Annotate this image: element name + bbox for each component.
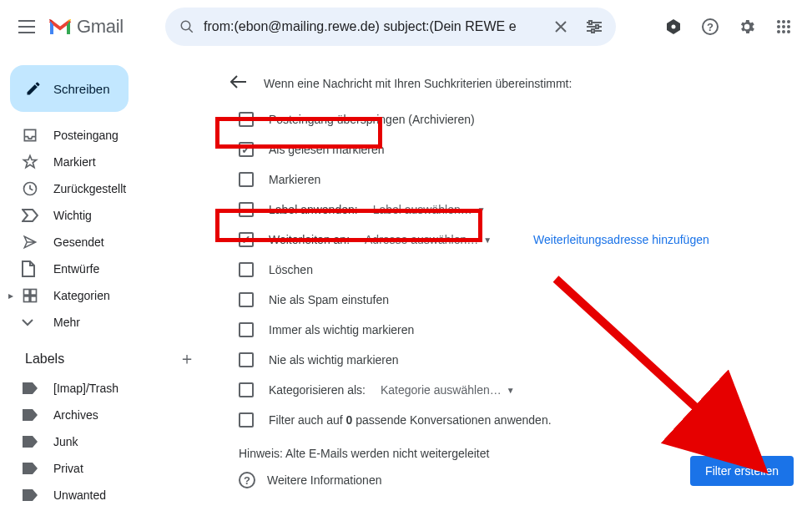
option-skip-inbox[interactable]: Posteingang überspringen (Archivieren) — [230, 104, 795, 134]
hexagon-icon — [666, 18, 681, 35]
sidebar-item-label: Zurückgestellt — [53, 182, 126, 195]
checkbox[interactable] — [239, 322, 254, 337]
label-select[interactable]: Label auswählen… ▼ — [373, 203, 486, 216]
settings-button[interactable] — [730, 10, 764, 43]
search-options-button[interactable] — [577, 10, 611, 43]
label-item-privat[interactable]: Privat — [7, 455, 207, 482]
compose-button[interactable]: Schreiben — [10, 65, 129, 112]
option-star[interactable]: Markieren — [230, 164, 795, 195]
label-text: [Imap]/Trash — [53, 382, 119, 395]
close-icon — [554, 20, 567, 33]
label-icon — [22, 435, 38, 448]
sidebar: Schreiben Posteingang Markiert Zurückges… — [0, 53, 214, 511]
svg-point-10 — [782, 20, 785, 23]
sidebar-item-sent[interactable]: Gesendet — [7, 229, 207, 256]
sidebar-item-label: Markiert — [53, 155, 96, 169]
back-button[interactable] — [230, 73, 247, 93]
svg-point-0 — [181, 21, 190, 30]
option-delete[interactable]: Löschen — [230, 255, 795, 285]
caret-down-icon: ▼ — [483, 235, 492, 245]
checkbox[interactable] — [239, 412, 254, 428]
option-label: Markieren — [269, 173, 320, 186]
svg-line-1 — [189, 28, 193, 33]
search-button[interactable] — [170, 10, 204, 43]
sidebar-item-snoozed[interactable]: Zurückgestellt — [7, 175, 207, 202]
category-select[interactable]: Kategorie auswählen… ▼ — [381, 383, 515, 397]
gmail-logo-text: Gmail — [77, 16, 124, 38]
status-button[interactable] — [657, 10, 690, 43]
option-always-important[interactable]: Immer als wichtig markieren — [230, 315, 795, 345]
sidebar-item-categories[interactable]: ▸ Kategorien — [7, 282, 207, 309]
apps-grid-icon — [776, 19, 791, 34]
label-item-unwanted[interactable]: Unwanted — [7, 482, 207, 508]
important-icon — [22, 209, 38, 222]
option-label: Nie als Spam einstufen — [269, 293, 389, 306]
label-text: Unwanted — [53, 488, 106, 502]
send-icon — [22, 235, 38, 250]
checkbox[interactable] — [239, 142, 254, 157]
svg-rect-3 — [596, 25, 598, 28]
option-categorize[interactable]: Kategorisieren als: Kategorie auswählen…… — [230, 375, 795, 405]
labels-heading: Labels — [25, 352, 64, 367]
forward-address-select[interactable]: Adresse auswählen… ▼ — [365, 233, 492, 246]
categories-icon — [22, 287, 38, 304]
add-forwarding-address-link[interactable]: Weiterleitungsadresse hinzufügen — [533, 233, 709, 246]
option-label: Weiterleiten an: — [269, 233, 350, 246]
checkbox[interactable] — [239, 382, 254, 397]
menu-icon — [18, 20, 35, 33]
checkbox[interactable] — [239, 292, 254, 307]
svg-point-6 — [672, 24, 676, 28]
add-label-button[interactable]: ＋ — [179, 347, 195, 370]
help-icon: ? — [239, 472, 255, 488]
gmail-logo[interactable]: Gmail — [48, 16, 124, 38]
search-icon — [179, 19, 194, 34]
checkbox[interactable] — [239, 262, 254, 277]
sidebar-item-starred[interactable]: Markiert — [7, 149, 207, 175]
sidebar-item-label: Mehr — [53, 316, 80, 329]
svg-text:?: ? — [707, 21, 714, 33]
label-icon — [22, 488, 38, 502]
option-mark-read[interactable]: Als gelesen markieren — [230, 134, 795, 164]
checkbox[interactable] — [239, 202, 254, 217]
dialog-title-text: Wenn eine Nachricht mit Ihren Suchkriter… — [264, 77, 572, 90]
sidebar-item-drafts[interactable]: Entwürfe — [7, 256, 207, 282]
checkbox[interactable] — [239, 352, 254, 367]
checkbox[interactable] — [239, 112, 254, 127]
sidebar-item-more[interactable]: Mehr — [7, 309, 207, 336]
search-input[interactable] — [204, 19, 544, 34]
svg-point-12 — [777, 25, 780, 28]
filter-dialog: Wenn eine Nachricht mit Ihren Suchkriter… — [214, 53, 812, 511]
apps-button[interactable] — [767, 10, 800, 43]
more-info-link[interactable]: Weitere Informationen — [267, 473, 381, 487]
option-apply-label[interactable]: Label anwenden: Label auswählen… ▼ — [230, 195, 795, 225]
checkbox[interactable] — [239, 172, 254, 187]
sidebar-item-label: Kategorien — [53, 289, 110, 302]
svg-rect-22 — [31, 296, 37, 302]
checkbox[interactable] — [239, 232, 254, 247]
option-also-apply[interactable]: Filter auch auf 0 passende Konversatione… — [230, 405, 795, 435]
sidebar-item-inbox[interactable]: Posteingang — [7, 122, 207, 149]
option-never-important[interactable]: Nie als wichtig markieren — [230, 345, 795, 375]
option-forward[interactable]: Weiterleiten an: Adresse auswählen… ▼ We… — [230, 225, 795, 255]
option-label: Filter auch auf 0 passende Konversatione… — [269, 413, 552, 427]
svg-point-15 — [777, 30, 780, 33]
label-item-imap-trash[interactable]: [Imap]/Trash — [7, 375, 207, 402]
label-item-junk[interactable]: Junk — [7, 428, 207, 455]
main-menu-button[interactable] — [7, 7, 47, 47]
sidebar-item-important[interactable]: Wichtig — [7, 202, 207, 229]
option-label: Nie als wichtig markieren — [269, 353, 399, 367]
svg-point-11 — [787, 20, 790, 23]
create-filter-button[interactable]: Filter erstellen — [690, 456, 794, 486]
svg-rect-19 — [24, 290, 30, 296]
sidebar-item-label: Posteingang — [53, 129, 119, 142]
chevron-down-icon — [22, 318, 38, 326]
option-never-spam[interactable]: Nie als Spam einstufen — [230, 285, 795, 315]
search-bar — [165, 8, 616, 46]
svg-point-16 — [782, 30, 785, 33]
label-item-archives[interactable]: Archives — [7, 402, 207, 428]
search-clear-button[interactable] — [544, 10, 577, 43]
compose-label: Schreiben — [53, 82, 110, 96]
option-label: Löschen — [269, 263, 313, 276]
option-label: Immer als wichtig markieren — [269, 323, 414, 336]
support-button[interactable]: ? — [693, 10, 727, 43]
